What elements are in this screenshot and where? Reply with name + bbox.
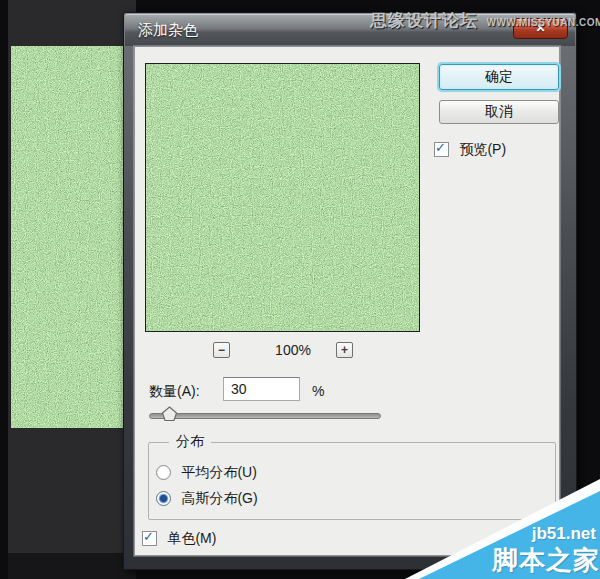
zoom-in-button[interactable]: +	[336, 342, 353, 358]
dialog-body: − 100% + 数量(A): % 分布 平	[134, 46, 560, 556]
radio-gaussian-distribution[interactable]: 高斯分布(G)	[156, 489, 258, 505]
amount-unit-label: %	[312, 383, 324, 399]
amount-label: 数量(A):	[149, 383, 200, 401]
check-icon: ✓	[143, 529, 154, 544]
zoom-out-button[interactable]: −	[213, 342, 230, 358]
plus-icon: +	[341, 343, 348, 357]
watermark-bottom-url: jb51.net	[532, 524, 596, 544]
checkbox-checked-icon[interactable]: ✓	[142, 531, 157, 546]
radio-uniform-distribution[interactable]: 平均分布(U)	[156, 463, 257, 479]
watermark-site-name: 思缘设计论坛	[370, 11, 478, 30]
preview-label: 预览(P)	[459, 141, 506, 159]
slider-thumb[interactable]	[161, 406, 178, 426]
watermark-bottom-name: 脚本之家	[492, 543, 600, 578]
photoshop-workspace: 添加杂色 − 1	[0, 0, 600, 579]
document-noise-texture	[11, 46, 126, 428]
add-noise-dialog: 添加杂色 − 1	[123, 12, 577, 570]
dialog-title: 添加杂色	[138, 21, 198, 40]
distribution-group: 分布 平均分布(U) 高斯分布(G)	[148, 442, 556, 520]
preview-checkbox[interactable]: ✓ 预览(P)	[434, 140, 506, 156]
cancel-button[interactable]: 取消	[439, 100, 559, 124]
watermark-top: 思缘设计论坛 WWW.MISSYUAN.COM	[370, 9, 600, 32]
amount-slider[interactable]	[149, 405, 381, 425]
checkbox-checked-icon[interactable]: ✓	[434, 142, 449, 157]
zoom-level: 100%	[253, 342, 333, 358]
minus-icon: −	[218, 343, 225, 357]
noise-preview-image[interactable]	[145, 63, 420, 332]
radio-unselected-icon[interactable]	[156, 465, 171, 480]
radio-selected-icon[interactable]	[156, 491, 171, 506]
distribution-group-label: 分布	[169, 433, 211, 451]
monochromatic-checkbox[interactable]: ✓ 单色(M)	[142, 529, 216, 545]
radio-gaussian-label: 高斯分布(G)	[181, 490, 257, 508]
radio-uniform-label: 平均分布(U)	[181, 464, 256, 482]
watermark-site-url: WWW.MISSYUAN.COM	[486, 17, 600, 28]
check-icon: ✓	[435, 140, 446, 155]
slider-track[interactable]	[149, 413, 381, 419]
monochromatic-label: 单色(M)	[167, 530, 216, 548]
canvas-bottom-strip	[8, 553, 136, 579]
amount-input[interactable]	[223, 377, 300, 401]
ok-button[interactable]: 确定	[439, 64, 559, 90]
